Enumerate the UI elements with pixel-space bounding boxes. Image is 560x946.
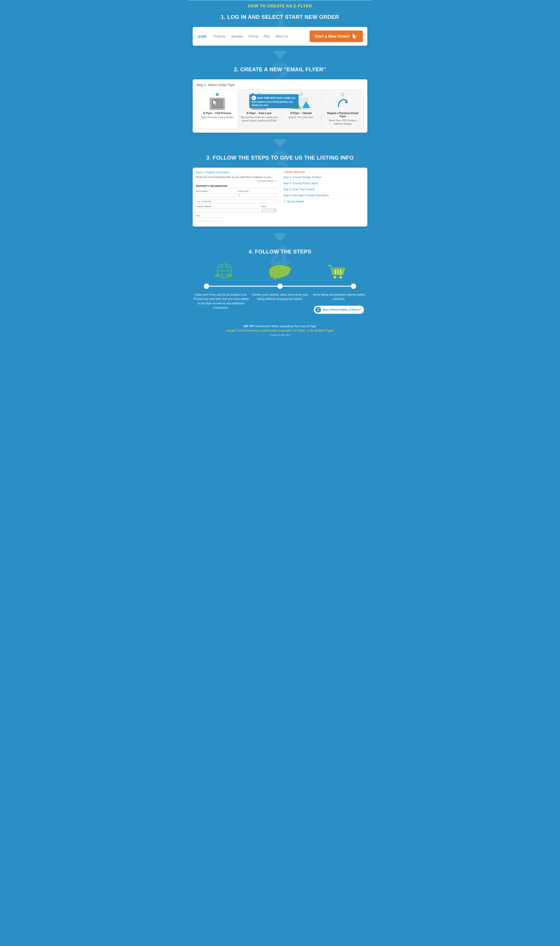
start-new-order-button[interactable]: Start a New Order! (309, 31, 363, 42)
step3-heading: 3. FOLLOW THE STEPS TO GIVE US THE LISTI… (191, 155, 369, 161)
arrow-down-1 (273, 51, 287, 59)
property-info-title: PROPERTY INFORMATION (196, 185, 277, 188)
triangle-blue (302, 101, 310, 108)
nav-products[interactable]: Products (213, 34, 226, 38)
footer-tip: ZIP TIP: Remember! When Uploading Your O… (188, 321, 372, 340)
buyer-needs-label: Buyer Needs (261, 180, 274, 183)
step4-desc-row: Enter your From and Email Subject Line. … (191, 293, 369, 314)
form-left-panel: Step 2: Property Information Please fill… (192, 168, 280, 226)
zip-tip-row1: ZIP TIP: Remember! When Uploading Your O… (192, 325, 368, 328)
radio-inner (216, 94, 218, 95)
step3-item: Step 3: Choose Design Scheme (283, 174, 365, 180)
proof-zip-badge-icon: Z (315, 307, 321, 313)
buyer-needs-checkbox[interactable] (257, 180, 260, 183)
step6-item: Step 6: Add Agent Contact Information (283, 193, 365, 199)
globe-item (201, 262, 246, 282)
city-field: City * (196, 214, 223, 222)
city-input[interactable] (196, 217, 223, 222)
nav-about[interactable]: About Us (275, 34, 288, 38)
form-row-city: City * (196, 214, 277, 222)
cart-item (314, 263, 359, 282)
nav-bar: .com Products Samples Pricing FAQ About … (192, 27, 368, 46)
step7-item: 7: Upload Images (283, 199, 365, 204)
option-fast-lane[interactable]: ZSAVE TIME WITH FAST LANE! Our team gath… (238, 89, 280, 129)
cart-icon (327, 263, 346, 282)
option4-desc: Same Flyer OR Choose a Different Design (324, 119, 361, 126)
full-process-icon (210, 98, 225, 110)
option1-desc: Agent Provides Listing Details (199, 116, 236, 119)
timeline-dot-1 (204, 283, 209, 289)
cursor-on-tablet (213, 100, 218, 105)
svg-point-16 (275, 279, 276, 280)
form-right-panel: * indicates required field Step 3: Choos… (280, 168, 368, 226)
fast-lane-tooltip: ZSAVE TIME WITH FAST LANE! Our team gath… (249, 94, 298, 108)
svg-marker-0 (353, 34, 356, 39)
nav-faq[interactable]: FAQ (264, 34, 270, 38)
radio-upload (299, 93, 302, 96)
option3-desc: Submit Your Own Flyer (283, 116, 320, 119)
address-input[interactable] (196, 208, 259, 213)
svg-point-15 (273, 278, 275, 280)
nav-links: Products Samples Pricing FAQ About Us (213, 34, 309, 38)
form-row-mls-price: MLS Number * Listing Price * (196, 190, 277, 197)
step4-heading: 4. FOLLOW THE STEPS (191, 248, 369, 255)
radio-full-process (216, 93, 219, 96)
step4-icons-row (191, 262, 369, 282)
option2-desc: ZipYourFlyer Pulls the Listing and Agent… (241, 116, 278, 123)
state-select[interactable]: -- (261, 208, 277, 213)
state-field: State * -- (261, 205, 277, 213)
proof-badge-label: See a Proof within 2 Hours* (323, 308, 361, 312)
mls-input[interactable] (196, 193, 235, 197)
mls-field: MLS Number * (196, 190, 235, 197)
timeline-dot-3 (351, 283, 356, 289)
arrow-down-3 (273, 233, 287, 241)
tooltip-text: SAVE TIME WITH FAST LANE! Our team gathe… (252, 97, 296, 106)
cursor-icon (352, 33, 358, 39)
step2-header: 2 2. CREATE A NEW “EMAIL FLYER” (188, 62, 372, 76)
proof-badge: Z See a Proof within 2 Hours* (313, 305, 365, 314)
tooltip-zip-badge: Z (252, 96, 256, 100)
usa-item (258, 262, 302, 282)
option1-name: E-Flyer – Full Process (199, 112, 236, 115)
step1-nav-card: .com Products Samples Pricing FAQ About … (192, 27, 368, 46)
price-label: Listing Price * (237, 190, 277, 192)
svg-rect-14 (227, 274, 230, 276)
info-icon: ⓘ (275, 180, 277, 183)
mls-eg-input[interactable] (196, 199, 277, 203)
top-bar: HOW TO CREATE AN E-FLYER (188, 0, 372, 10)
form-row-address: Property Address * State * -- (196, 205, 277, 213)
mls-eg-field (196, 199, 277, 203)
svg-point-22 (334, 277, 335, 278)
order-type-title: Step 1: Select Order Type (196, 83, 364, 87)
option-repeat[interactable]: Repeat a Previous Email Flyer Same Flyer… (322, 89, 363, 129)
zip-tip-italic: Images Cannot Have Any Unauthorized Copy… (192, 329, 368, 332)
cta-label: Start a New Order! (314, 34, 350, 39)
svg-marker-2 (213, 100, 217, 105)
step4-desc-3: Verify billing and payment options befor… (311, 293, 368, 314)
price-input[interactable] (237, 193, 277, 197)
option4-name: Repeat a Previous Email Flyer (324, 112, 361, 118)
state-label: State * (261, 205, 277, 208)
form-title: Step 2: Property Information (196, 171, 277, 174)
svg-marker-4 (273, 139, 287, 148)
repeat-icon (335, 98, 350, 110)
buyer-needs-row: Buyer Needs ⓘ (196, 180, 277, 183)
required-note: * indicates required field (283, 171, 365, 173)
zip-tip-text: Remember! When Uploading Your Own E-Flye… (255, 325, 316, 328)
zip-tip-label: ZIP TIP: (244, 325, 254, 328)
nav-samples[interactable]: Samples (231, 34, 243, 38)
desc1-text: Enter your From and Email Subject Line. … (193, 293, 248, 310)
price-field: Listing Price * (237, 190, 277, 197)
option2-name: E-Flyer – Fast Lane (241, 112, 278, 115)
step1-heading: 1. LOG IN AND SELECT START NEW ORDER (191, 14, 369, 20)
arrow-down-2 (273, 139, 287, 148)
globe-icon (213, 262, 234, 282)
city-label: City * (196, 214, 223, 217)
option-full-process[interactable]: E-Flyer – Full Process Agent Provides Li… (197, 89, 238, 129)
desc3-text: Verify billing and payment options befor… (313, 293, 365, 301)
step3-form-card: Step 2: Property Information Please fill… (192, 168, 368, 226)
mls-label: MLS Number * (196, 190, 235, 192)
nav-pricing[interactable]: Pricing (249, 34, 258, 38)
svg-point-24 (340, 277, 342, 278)
step3-header: 3 3. FOLLOW THE STEPS TO GIVE US THE LIS… (188, 150, 372, 164)
